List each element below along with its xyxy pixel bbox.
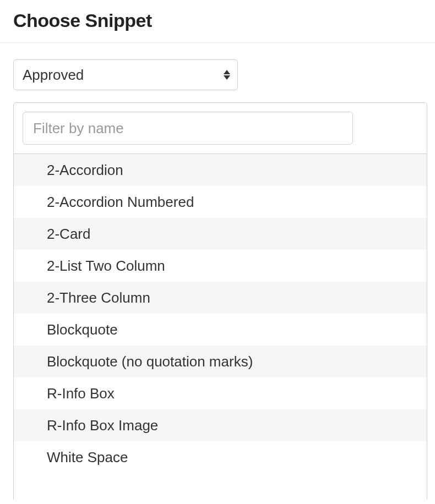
list-item-label: 2-Three Column	[47, 289, 150, 306]
list-item[interactable]: 2-Three Column	[14, 282, 427, 314]
list-item[interactable]: White Space	[14, 441, 427, 473]
list-item[interactable]: R-Info Box	[14, 377, 427, 409]
list-item[interactable]: 2-List Two Column	[14, 250, 427, 282]
dialog-content: Approved 2-Accordion 2-Accordion Numbere…	[0, 43, 435, 500]
status-select-wrapper: Approved	[13, 59, 238, 90]
dialog-header: Choose Snippet	[0, 0, 435, 43]
list-item-label: 2-Accordion Numbered	[47, 194, 194, 211]
list-item[interactable]: 2-Card	[14, 218, 427, 250]
list-item-label: R-Info Box Image	[47, 417, 158, 434]
list-item-label: 2-Accordion	[47, 162, 123, 179]
list-item[interactable]: 2-Accordion	[14, 154, 427, 186]
snippet-panel: 2-Accordion 2-Accordion Numbered 2-Card …	[13, 102, 427, 500]
list-item-label: 2-Card	[47, 226, 90, 243]
list-item[interactable]: Blockquote (no quotation marks)	[14, 346, 427, 377]
snippet-list: 2-Accordion 2-Accordion Numbered 2-Card …	[14, 154, 427, 473]
filter-area	[14, 103, 427, 154]
dialog-title: Choose Snippet	[13, 10, 422, 31]
list-item[interactable]: 2-Accordion Numbered	[14, 186, 427, 218]
status-select[interactable]: Approved	[13, 59, 238, 90]
panel-trailing-space	[14, 473, 427, 500]
list-item-label: 2-List Two Column	[47, 258, 165, 275]
list-item-label: Blockquote (no quotation marks)	[47, 353, 253, 370]
list-item-label: White Space	[47, 449, 128, 466]
list-item-label: R-Info Box	[47, 385, 115, 402]
filter-input[interactable]	[23, 112, 353, 145]
list-item[interactable]: Blockquote	[14, 314, 427, 346]
list-item[interactable]: R-Info Box Image	[14, 409, 427, 441]
list-item-label: Blockquote	[47, 321, 118, 338]
